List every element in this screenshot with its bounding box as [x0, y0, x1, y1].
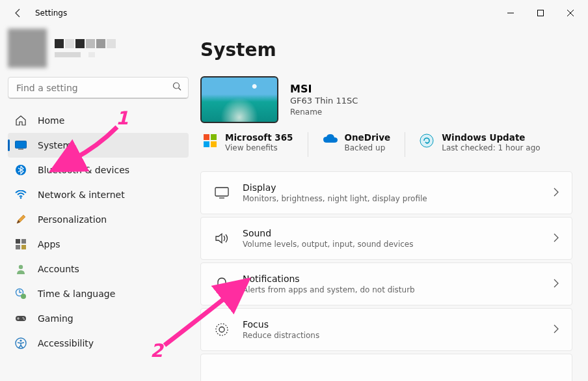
card-title: Notifications — [243, 274, 554, 284]
svg-rect-3 — [18, 149, 23, 150]
sidebar-item-personalization[interactable]: Personalization — [8, 207, 189, 232]
card-focus[interactable]: Focus Reduce distractions — [200, 308, 572, 351]
avatar — [8, 29, 47, 68]
profile-block — [8, 29, 189, 68]
m365-icon — [203, 134, 217, 148]
wifi-icon — [14, 188, 27, 201]
service-m365[interactable]: Microsoft 365 View benefits — [203, 132, 293, 152]
profile-name-redacted — [55, 39, 116, 48]
search-input[interactable] — [8, 77, 189, 99]
bluetooth-icon — [14, 163, 27, 176]
svg-point-1 — [174, 83, 180, 89]
svg-point-5 — [20, 197, 22, 199]
services-row: Microsoft 365 View benefits OneDrive Bac… — [203, 132, 572, 157]
chevron-right-icon — [554, 233, 559, 245]
window-title: Settings — [35, 8, 67, 18]
svg-point-15 — [23, 318, 25, 320]
back-button[interactable] — [9, 4, 27, 22]
svg-rect-21 — [211, 141, 217, 147]
minimize-button[interactable] — [496, 3, 526, 23]
sidebar-item-home[interactable]: Home — [8, 108, 189, 133]
maximize-button[interactable] — [526, 3, 555, 23]
sound-icon — [214, 231, 230, 246]
card-title: Focus — [243, 319, 554, 330]
svg-rect-9 — [21, 245, 26, 249]
apps-icon — [14, 238, 27, 251]
service-update[interactable]: Windows Update Last checked: 1 hour ago — [420, 132, 540, 152]
sidebar-item-apps[interactable]: Apps — [8, 232, 189, 257]
bell-icon — [214, 276, 230, 292]
svg-rect-20 — [204, 141, 209, 147]
device-model: GF63 Thin 11SC — [290, 96, 358, 106]
service-title: Microsoft 365 — [225, 132, 293, 143]
sidebar-item-network[interactable]: Network & internet — [8, 182, 189, 207]
svg-rect-7 — [21, 239, 26, 244]
service-sub: View benefits — [225, 143, 293, 152]
sidebar-item-time[interactable]: Time & language — [8, 281, 189, 306]
search-box[interactable] — [8, 77, 189, 99]
page-title: System — [200, 39, 572, 61]
device-thumbnail[interactable] — [200, 76, 278, 123]
update-icon — [420, 134, 434, 148]
sidebar-item-system[interactable]: System — [8, 133, 189, 158]
main-panel: System MSI GF63 Thin 11SC Rename Microso… — [195, 26, 588, 381]
sidebar-item-label: Time & language — [38, 289, 115, 299]
chevron-right-icon — [554, 324, 559, 336]
svg-point-24 — [216, 324, 228, 335]
home-icon — [14, 114, 27, 127]
system-icon — [14, 139, 27, 152]
sidebar-item-bluetooth[interactable]: Bluetooth & devices — [8, 158, 189, 182]
card-partial[interactable] — [200, 354, 572, 381]
card-sound[interactable]: Sound Volume levels, output, input, soun… — [200, 217, 572, 260]
sidebar-item-label: Accessibility — [38, 338, 94, 348]
clock-globe-icon — [14, 287, 27, 300]
service-sub: Last checked: 1 hour ago — [442, 143, 540, 152]
sidebar-item-label: Personalization — [38, 214, 107, 225]
svg-rect-18 — [204, 134, 209, 140]
svg-point-25 — [219, 327, 224, 332]
person-icon — [14, 262, 27, 275]
brush-icon — [14, 213, 27, 226]
onedrive-icon — [323, 134, 337, 148]
device-row: MSI GF63 Thin 11SC Rename — [200, 76, 572, 123]
titlebar: Settings — [0, 0, 588, 26]
close-button[interactable] — [555, 3, 585, 23]
svg-rect-23 — [215, 188, 228, 196]
settings-cards: Display Monitors, brightness, night ligh… — [200, 171, 572, 381]
card-display[interactable]: Display Monitors, brightness, night ligh… — [200, 171, 572, 214]
card-sub: Monitors, brightness, night light, displ… — [243, 194, 554, 203]
svg-rect-6 — [16, 239, 20, 244]
sidebar-item-label: Apps — [38, 239, 60, 249]
card-title: Sound — [243, 228, 554, 238]
device-name: MSI — [290, 83, 358, 95]
svg-point-22 — [420, 134, 433, 147]
sidebar-item-accounts[interactable]: Accounts — [8, 257, 189, 281]
chevron-right-icon — [554, 278, 559, 290]
card-sub: Alerts from apps and system, do not dist… — [243, 285, 554, 294]
sidebar-item-gaming[interactable]: Gaming — [8, 306, 189, 331]
svg-rect-0 — [538, 10, 544, 16]
sidebar: Home System Bluetooth & devices Network … — [0, 26, 195, 381]
profile-email-redacted — [55, 52, 116, 57]
svg-point-14 — [23, 317, 24, 318]
sidebar-item-label: Gaming — [38, 313, 74, 324]
accessibility-icon — [14, 337, 27, 350]
svg-rect-8 — [16, 245, 20, 249]
nav-list: Home System Bluetooth & devices Network … — [8, 108, 189, 356]
svg-point-17 — [20, 339, 21, 341]
sidebar-item-accessibility[interactable]: Accessibility — [8, 331, 189, 356]
device-rename-link[interactable]: Rename — [290, 107, 358, 117]
service-title: Windows Update — [442, 132, 540, 143]
search-icon — [172, 82, 182, 94]
service-sub: Backed up — [345, 143, 391, 152]
service-onedrive[interactable]: OneDrive Backed up — [323, 132, 391, 152]
card-notifications[interactable]: Notifications Alerts from apps and syste… — [200, 262, 572, 305]
separator — [405, 132, 405, 157]
svg-point-10 — [19, 265, 23, 269]
svg-rect-2 — [16, 141, 27, 148]
sidebar-item-label: System — [38, 140, 72, 150]
svg-rect-19 — [211, 134, 217, 140]
card-title: Display — [243, 182, 554, 193]
card-sub: Volume levels, output, input, sound devi… — [243, 240, 554, 249]
sidebar-item-label: Home — [38, 115, 64, 126]
